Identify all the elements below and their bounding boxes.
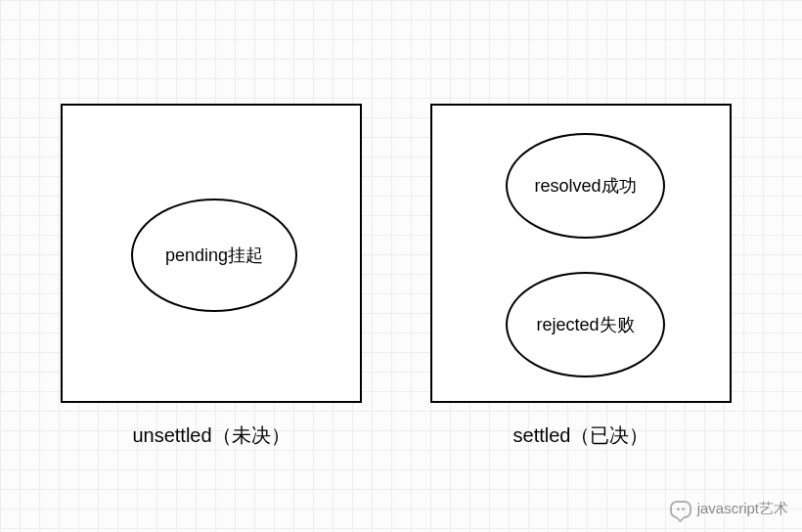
watermark: javascript艺术 bbox=[670, 500, 788, 518]
rejected-state-label: rejected失败 bbox=[536, 313, 634, 336]
dot-icon bbox=[682, 508, 685, 510]
dot-icon bbox=[677, 508, 680, 510]
unsettled-box: pending挂起 bbox=[61, 104, 362, 403]
chat-bubble-icon bbox=[670, 501, 691, 518]
unsettled-caption: unsettled（未决） bbox=[61, 422, 362, 449]
watermark-text: javascript艺术 bbox=[697, 500, 788, 518]
resolved-state-label: resolved成功 bbox=[534, 174, 636, 198]
pending-state-label: pending挂起 bbox=[165, 244, 263, 267]
rejected-state-ellipse: rejected失败 bbox=[506, 272, 665, 377]
settled-caption: settled（已决） bbox=[430, 422, 732, 449]
pending-state-ellipse: pending挂起 bbox=[131, 199, 297, 312]
settled-box: resolved成功 rejected失败 bbox=[430, 104, 732, 403]
resolved-state-ellipse: resolved成功 bbox=[506, 133, 665, 239]
